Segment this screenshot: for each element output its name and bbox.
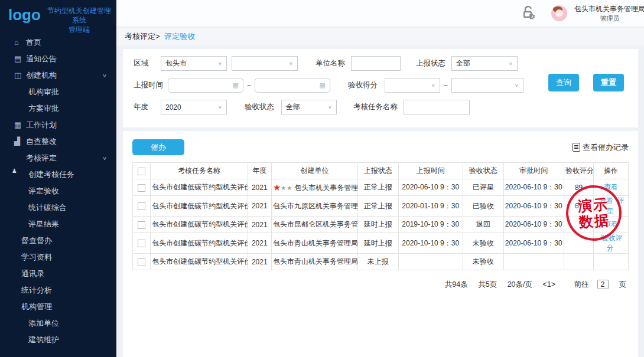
row-checkbox-cell <box>133 179 151 196</box>
task-name-input[interactable] <box>404 100 470 114</box>
stamp-line2: 数据 <box>578 212 610 230</box>
sidebar-item-通知公告[interactable]: ▤通知公告 <box>0 51 116 67</box>
sidebar-item-label: 工作计划 <box>26 120 57 129</box>
table-row: 包头市创建低碳节约型机关评价指标2021包头市青山机关事务管理局未上报未验收 <box>133 254 629 270</box>
sidebar-item-督查督办[interactable]: 督查督办 <box>0 232 116 249</box>
table-row: 包头市创建低碳节约型机关评价指标2021★★★包头市机关事务管理局正常上报202… <box>133 179 629 196</box>
column-header: 上报状态 <box>357 163 398 179</box>
report-time-label: 上报时间 <box>134 80 168 90</box>
score-to-select[interactable]: ∨ <box>451 78 523 93</box>
filter-panel: 区域 包头市∨ ∨ 单位名称 上报状态 全部∨ 上报时间 ▦ ~ ▦ 验收 <box>123 49 638 127</box>
page: logo 节约型机关创建管理系统 管理端 ⌂首页▤通知公告◫创建机构∨机构审批方… <box>0 0 644 357</box>
breadcrumb-parent[interactable]: 考核评定 <box>125 32 155 41</box>
sidebar-item-学习资料[interactable]: 学习资料 <box>0 249 116 266</box>
check-status-label: 验收状态 <box>245 102 274 112</box>
sidebar-item-通讯录[interactable]: 通讯录 <box>0 266 116 282</box>
row-checkbox-cell <box>133 196 151 217</box>
check-status-select-value: 全部 <box>286 102 300 112</box>
unit-cell: 包头市青山机关事务管理局 <box>271 254 357 270</box>
task-name-cell: 包头市创建低碳节约型机关评价指标 <box>151 217 248 233</box>
report-status-select[interactable]: 全部∨ <box>451 56 518 71</box>
user-role: 管理员 <box>571 14 644 23</box>
report-time-cell <box>398 254 463 270</box>
home-icon: ⌂ <box>14 34 24 51</box>
lock-gear-icon <box>521 5 536 20</box>
row-checkbox[interactable] <box>138 240 145 247</box>
sidebar-item-首页[interactable]: ⌂首页 <box>0 34 116 51</box>
sidebar-item-机构审批[interactable]: 机构审批 <box>0 84 116 100</box>
district-select[interactable]: ∨ <box>232 56 298 71</box>
tilde: ~ <box>247 81 251 90</box>
report-time-to-input[interactable]: ▦ <box>255 78 330 93</box>
year-cell: 2021 <box>248 233 271 254</box>
urge-button[interactable]: 催办 <box>132 139 184 155</box>
sidebar-item-建筑维护[interactable]: 建筑维护 <box>0 332 116 348</box>
sidebar-item-评星结果[interactable]: 评星结果 <box>0 216 116 232</box>
row-checkbox[interactable] <box>138 221 145 229</box>
sidebar-item-统计碳综合[interactable]: 统计碳综合 <box>0 199 116 216</box>
column-header: 创建单位 <box>271 163 357 179</box>
sidebar-item-label: 自查整改 <box>26 137 57 146</box>
select-caret-icon: ∨ <box>328 104 332 110</box>
reset-button[interactable]: 重置 <box>593 74 624 91</box>
view-urge-records-link[interactable]: 查看催办记录 <box>573 142 629 153</box>
bell-icon: ♟ <box>12 163 19 179</box>
region-select[interactable]: 包头市∨ <box>161 56 227 71</box>
sidebar-item-机构管理[interactable]: 机构管理 <box>0 299 116 315</box>
sidebar-item-方案审批[interactable]: 方案审批 <box>0 100 116 117</box>
operations-cell <box>594 254 629 270</box>
approve-time-cell: 2020-06-10 9：30 <box>503 179 564 196</box>
pager[interactable]: <1> <box>543 280 556 289</box>
task-name-cell: 包头市创建低碳节约型机关评价指标 <box>151 233 248 254</box>
row-checkbox[interactable] <box>138 258 145 266</box>
sidebar-item-label: 方案审批 <box>28 104 59 113</box>
column-header: 验收评分 <box>564 163 593 179</box>
search-button[interactable]: 查询 <box>548 74 579 91</box>
year-cell: 2021 <box>248 254 271 270</box>
stamp-line1: 演示 <box>577 196 609 214</box>
sidebar-item-label: 机构管理 <box>21 302 52 311</box>
approve-time-cell: 2020-06-10 9：30 <box>503 233 564 254</box>
goto-page-input[interactable]: 2 <box>597 280 609 289</box>
column-header: 验收状态 <box>463 163 503 179</box>
account-settings-button[interactable] <box>521 5 536 22</box>
goto-wrap: 前往2页 <box>566 280 626 289</box>
calendar-icon: ▦ <box>233 81 239 89</box>
topbar: 包头市机关事务管理局 管理员 <box>116 0 644 27</box>
header-checkbox-cell <box>133 163 151 179</box>
select-all-checkbox[interactable] <box>138 168 145 175</box>
sidebar-item-评定验收[interactable]: 评定验收 <box>0 183 116 199</box>
table-toolbar: 催办 查看催办记录 <box>132 139 629 155</box>
unit-name-input[interactable] <box>351 56 401 71</box>
table-panel: 催办 查看催办记录 考核任务名称年度创建单位上报状态上报时间验收状态审批时间验收… <box>123 131 638 357</box>
score-from-select[interactable]: ∨ <box>385 78 440 93</box>
document-icon <box>573 143 580 152</box>
report-time-cell: 2020-10-10 9：30 <box>398 233 463 254</box>
unit-cell: 包头市九原区机关事务管理局 <box>271 196 357 217</box>
sidebar-item-label: 创建考核任务 <box>28 170 74 179</box>
task-name-cell: 包头市创建低碳节约型机关评价指标 <box>151 196 248 217</box>
user-org: 包头市机关事务管理局 <box>571 4 644 14</box>
year-select-value: 2020 <box>165 103 181 112</box>
report-time-from-input[interactable]: ▦ <box>168 78 243 93</box>
sidebar-item-创建机构[interactable]: ◫创建机构∨ <box>0 67 116 84</box>
row-checkbox[interactable] <box>138 184 145 192</box>
sidebar-item-工作计划[interactable]: ▦工作计划 <box>0 117 116 133</box>
sidebar-item-添加单位[interactable]: 添加单位 <box>0 315 116 332</box>
sidebar-item-自查整改[interactable]: ▟自查整改 <box>0 133 116 150</box>
breadcrumb-separator: > <box>155 32 160 41</box>
user-info[interactable]: 包头市机关事务管理局 管理员 <box>551 4 644 23</box>
sidebar-item-统计分析[interactable]: 统计分析 <box>0 282 116 299</box>
score-label: 验收得分 <box>348 80 378 90</box>
sidebar-item-label: 机构审批 <box>28 87 59 96</box>
sidebar-item-创建考核任务[interactable]: ♟创建考核任务 <box>0 166 116 183</box>
sidebar-item-label: 督查督办 <box>21 236 52 245</box>
row-checkbox[interactable] <box>138 202 145 210</box>
check-status-select[interactable]: 全部∨ <box>281 100 337 114</box>
sidebar-item-label: 建筑维护 <box>28 335 59 344</box>
approve-time-cell: 2020-06-10 9：30 <box>503 196 564 217</box>
unit-cell: ★★★包头市机关事务管理局 <box>271 179 357 196</box>
row-checkbox-cell <box>133 217 151 233</box>
year-select[interactable]: 2020∨ <box>161 100 227 114</box>
sidebar-item-label: 添加单位 <box>28 319 59 327</box>
